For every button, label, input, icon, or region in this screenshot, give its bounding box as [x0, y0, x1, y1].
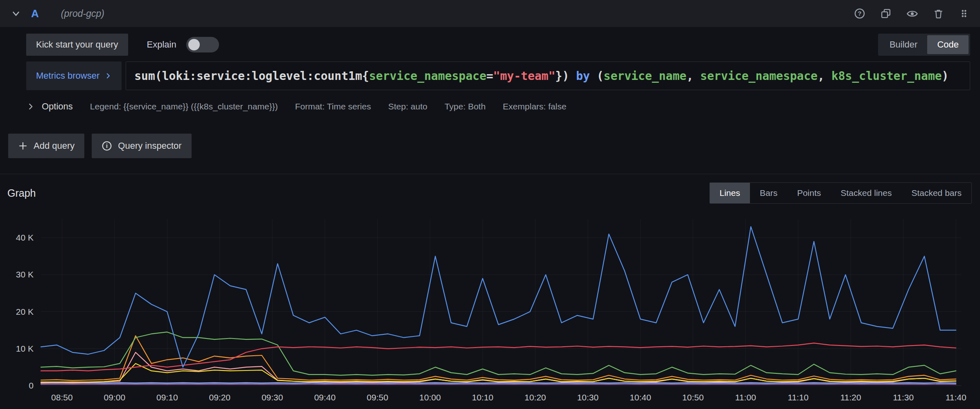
- query-token-plain: (: [597, 69, 604, 83]
- options-summary: Legend: {{service_name}} ({{k8s_cluster_…: [90, 102, 567, 111]
- query-ref-id: A: [31, 7, 39, 20]
- graph-panel-title: Graph: [7, 187, 36, 199]
- style-tab-stacked-lines[interactable]: Stacked lines: [831, 183, 902, 203]
- query-token-keyword: by: [569, 69, 596, 83]
- svg-text:11:40: 11:40: [946, 393, 966, 402]
- timeseries-chart[interactable]: 08:5009:0009:1009:2009:3009:4009:5010:00…: [7, 209, 972, 405]
- eye-icon[interactable]: [906, 8, 918, 20]
- query-expression: sum(loki:service:loglevel:count1m{servic…: [134, 69, 948, 83]
- datasource-label: (prod-gcp): [61, 8, 104, 19]
- help-icon[interactable]: ?: [854, 8, 865, 19]
- query-code-input[interactable]: sum(loki:service:loglevel:count1m{servic…: [126, 61, 970, 90]
- svg-text:09:20: 09:20: [209, 393, 230, 402]
- query-token-label: service_name: [604, 69, 686, 83]
- query-row-header[interactable]: A (prod-gcp) ?: [0, 0, 980, 27]
- style-tab-stacked-bars[interactable]: Stacked bars: [901, 183, 971, 203]
- query-token-label: service_namespace: [369, 69, 486, 83]
- graph-style-tabs: LinesBarsPointsStacked linesStacked bars: [709, 182, 972, 204]
- svg-text:09:50: 09:50: [367, 393, 388, 402]
- svg-text:10:20: 10:20: [524, 393, 546, 402]
- add-query-label: Add query: [34, 141, 75, 151]
- style-tab-lines[interactable]: Lines: [710, 183, 750, 203]
- query-token-plain: ,: [686, 69, 700, 83]
- query-token-label: k8s_cluster_name: [831, 69, 942, 83]
- query-inspector-label: Query inspector: [118, 141, 181, 151]
- query-header-actions: ?: [854, 8, 969, 20]
- svg-text:08:50: 08:50: [51, 393, 73, 402]
- explain-label: Explain: [147, 39, 176, 50]
- svg-text:40 K: 40 K: [16, 233, 34, 242]
- builder-mode-button[interactable]: Builder: [880, 35, 927, 54]
- metrics-browser-button[interactable]: Metrics browser: [26, 61, 122, 90]
- query-editor-page: A (prod-gcp) ? Kick start your query Exp…: [0, 0, 980, 409]
- svg-text:11:30: 11:30: [893, 393, 914, 402]
- svg-text:09:30: 09:30: [262, 393, 283, 402]
- svg-text:10:00: 10:00: [419, 393, 441, 402]
- svg-text:0: 0: [29, 381, 34, 390]
- options-header: Options: [26, 101, 73, 112]
- explain-toggle[interactable]: [186, 37, 219, 52]
- metrics-browser-label: Metrics browser: [36, 70, 99, 81]
- info-icon: i: [102, 141, 112, 151]
- kick-start-query-button[interactable]: Kick start your query: [26, 34, 128, 56]
- duplicate-query-icon[interactable]: [880, 8, 892, 19]
- edit-mode-switch: Builder Code: [878, 34, 970, 56]
- plus-icon: [18, 141, 28, 151]
- query-toolbar-row: Kick start your query Explain Builder Co…: [26, 34, 970, 56]
- style-tab-bars[interactable]: Bars: [750, 183, 787, 203]
- graph-panel: Graph LinesBarsPointsStacked linesStacke…: [0, 174, 980, 405]
- query-token-plain: ,: [817, 69, 831, 83]
- svg-text:10:10: 10:10: [472, 393, 494, 402]
- chevron-down-icon[interactable]: [11, 8, 21, 19]
- svg-text:30 K: 30 K: [16, 270, 34, 279]
- graph-panel-header: Graph LinesBarsPointsStacked linesStacke…: [7, 182, 972, 204]
- option-summary-item: Legend: {{service_name}} ({{k8s_cluster_…: [90, 102, 278, 111]
- query-token-plain: sum(loki:service:loglevel:count1m{: [134, 69, 369, 83]
- options-collapse-row[interactable]: Options Legend: {{service_name}} ({{k8s_…: [26, 95, 970, 118]
- svg-text:11:20: 11:20: [840, 393, 861, 402]
- option-summary-item: Exemplars: false: [503, 102, 566, 111]
- code-mode-button[interactable]: Code: [927, 35, 969, 54]
- chart-area: 08:5009:0009:1009:2009:3009:4009:5010:00…: [7, 209, 972, 405]
- svg-text:20 K: 20 K: [16, 307, 34, 316]
- add-query-button[interactable]: Add query: [8, 134, 84, 158]
- query-token-label: service_namespace: [700, 69, 818, 83]
- svg-text:10:40: 10:40: [630, 393, 651, 402]
- option-summary-item: Type: Both: [445, 102, 485, 111]
- option-summary-item: Step: auto: [388, 102, 427, 111]
- chevron-right-icon: [104, 72, 112, 80]
- svg-text:10:30: 10:30: [577, 393, 599, 402]
- query-token-string: "my-team": [493, 69, 555, 83]
- svg-text:i: i: [106, 143, 108, 149]
- style-tab-points[interactable]: Points: [787, 183, 831, 203]
- query-token-plain: ): [942, 69, 949, 83]
- svg-text:09:10: 09:10: [156, 393, 178, 402]
- query-token-plain: }): [555, 69, 569, 83]
- query-actions-row: Add query i Query inspector: [8, 134, 970, 158]
- svg-text:10:50: 10:50: [682, 393, 704, 402]
- query-editor-row: Metrics browser sum(loki:service:logleve…: [26, 61, 970, 90]
- svg-text:09:40: 09:40: [314, 393, 336, 402]
- option-summary-item: Format: Time series: [295, 102, 371, 111]
- svg-text:?: ?: [858, 10, 861, 17]
- drag-handle-icon[interactable]: [959, 8, 969, 19]
- query-token-plain: =: [486, 69, 493, 83]
- svg-text:10 K: 10 K: [16, 344, 34, 353]
- chevron-right-icon: [26, 102, 35, 111]
- svg-text:09:00: 09:00: [104, 393, 126, 402]
- svg-text:11:00: 11:00: [735, 393, 756, 402]
- options-label: Options: [42, 101, 73, 112]
- trash-icon[interactable]: [933, 8, 944, 19]
- toggle-knob: [188, 39, 200, 50]
- query-inspector-button[interactable]: i Query inspector: [92, 134, 191, 158]
- svg-text:11:10: 11:10: [788, 393, 808, 402]
